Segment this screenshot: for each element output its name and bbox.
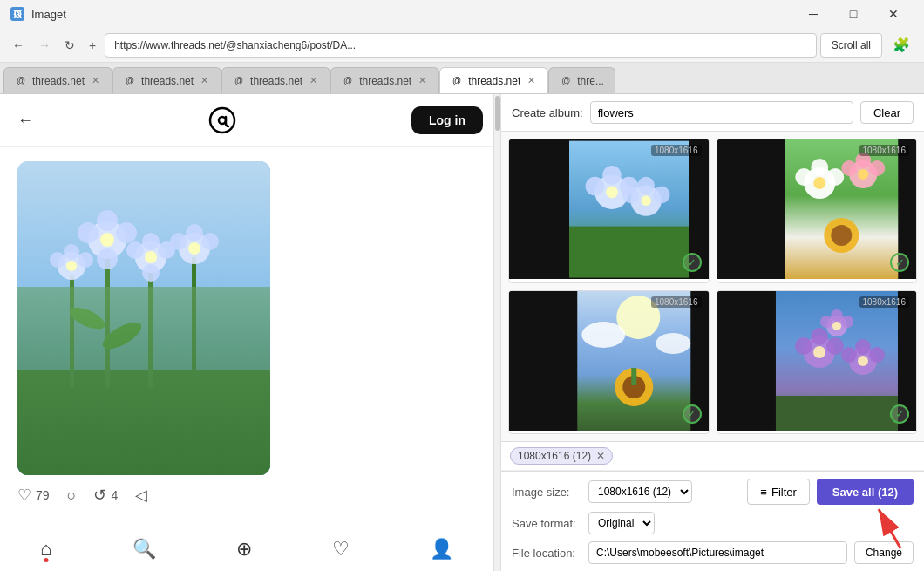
- svg-point-73: [858, 356, 868, 366]
- album-input[interactable]: [590, 101, 853, 124]
- home-dot: [44, 558, 48, 562]
- svg-point-57: [581, 322, 625, 348]
- tab-favicon-2: @: [233, 75, 245, 87]
- svg-point-77: [841, 316, 853, 328]
- browser-panel: ← Log in: [0, 94, 501, 571]
- tab-3[interactable]: @ threads.net ✕: [330, 67, 439, 93]
- svg-point-39: [622, 187, 639, 204]
- app-icon: 🖼: [10, 7, 24, 21]
- tab-2[interactable]: @ threads.net ✕: [221, 67, 330, 93]
- tab-0[interactable]: @ threads.net ✕: [3, 67, 112, 93]
- image-dimensions-3: 1080x1616: [651, 296, 702, 308]
- svg-rect-63: [776, 396, 898, 431]
- svg-point-47: [813, 177, 825, 189]
- threads-back-button[interactable]: ←: [17, 112, 33, 130]
- change-button[interactable]: Change: [854, 541, 914, 564]
- tab-4[interactable]: @ threads.net ✕: [439, 67, 548, 93]
- svg-point-45: [795, 168, 812, 186]
- thumb-svg-4: [767, 291, 907, 431]
- svg-point-38: [637, 177, 655, 194]
- search-nav-icon[interactable]: 🔍: [132, 538, 156, 561]
- svg-point-68: [813, 346, 825, 358]
- likes-stat[interactable]: ♡ 79: [17, 486, 50, 505]
- bottom-nav: ⌂ 🔍 ⊕ ♡ 👤: [0, 527, 493, 571]
- svg-point-78: [832, 322, 841, 330]
- file-location-input[interactable]: [588, 541, 847, 564]
- threads-logo-svg: [207, 105, 238, 136]
- image-info-4: [717, 431, 917, 435]
- imaget-panel: Create album: Clear: [501, 94, 924, 571]
- tab-5[interactable]: @ thre...: [548, 67, 615, 93]
- svg-point-26: [186, 224, 203, 241]
- svg-rect-5: [192, 257, 196, 388]
- svg-point-51: [869, 160, 885, 176]
- image-card-2: 1080x1616 ✓ 462133324_1991604151311688_1…: [717, 139, 918, 283]
- extensions-button[interactable]: 🧩: [886, 33, 917, 57]
- refresh-button[interactable]: ↻: [59, 35, 80, 56]
- post-image: [17, 161, 270, 475]
- svg-rect-3: [148, 266, 153, 388]
- filter-tag-close[interactable]: ✕: [596, 450, 605, 462]
- image-thumb-4: 1080x1616 ✓: [717, 291, 917, 431]
- svg-rect-0: [17, 161, 270, 475]
- profile-nav-icon[interactable]: 👤: [430, 538, 453, 561]
- tab-close-3[interactable]: ✕: [417, 76, 428, 85]
- bottom-controls: Image size: 1080x1616 (12) ≡ Filter Save…: [501, 471, 924, 571]
- svg-point-33: [602, 166, 622, 185]
- svg-point-36: [606, 187, 618, 199]
- heart-icon: ♡: [17, 486, 31, 505]
- reposts-stat[interactable]: ↺ 4: [93, 486, 118, 505]
- svg-point-41: [641, 195, 651, 206]
- scroll-thumb[interactable]: [495, 96, 500, 131]
- address-bar[interactable]: [105, 33, 816, 58]
- svg-point-52: [858, 169, 868, 180]
- tab-close-4[interactable]: ✕: [526, 76, 537, 85]
- new-tab-button[interactable]: +: [84, 35, 101, 56]
- close-button[interactable]: ✕: [873, 0, 914, 28]
- image-dimensions-2: 1080x1616: [859, 145, 910, 156]
- tab-close-2[interactable]: ✕: [308, 76, 319, 85]
- svg-point-7: [66, 303, 107, 334]
- comment-icon: ○: [67, 486, 77, 505]
- svg-rect-42: [785, 139, 898, 279]
- image-thumb-3: 1080x1616 ✓: [509, 291, 709, 431]
- share-stat[interactable]: ◁: [135, 486, 147, 505]
- filter-label: Filter: [771, 486, 797, 499]
- tab-label-0: threads.net: [32, 75, 85, 87]
- filter-button[interactable]: ≡ Filter: [747, 479, 809, 505]
- image-size-select[interactable]: 1080x1616 (12): [588, 480, 692, 503]
- save-all-button[interactable]: Save all (12): [817, 479, 914, 505]
- minimize-button[interactable]: ─: [793, 0, 833, 28]
- save-format-label: Save format:: [512, 517, 581, 530]
- check-circle-3: ✓: [683, 404, 702, 424]
- comments-stat[interactable]: ○: [67, 486, 77, 505]
- svg-point-50: [841, 160, 857, 176]
- nav-bar: ← → ↻ + Scroll all 🧩: [0, 28, 924, 63]
- image-dimensions-4: 1080x1616: [859, 296, 910, 308]
- home-nav-icon[interactable]: ⌂: [40, 538, 51, 561]
- back-button[interactable]: ←: [7, 35, 30, 56]
- image-size-label: Image size:: [512, 486, 581, 499]
- app-title: Imaget: [31, 8, 66, 21]
- tab-label-4: threads.net: [468, 75, 520, 87]
- forward-button[interactable]: →: [33, 35, 56, 56]
- login-button[interactable]: Log in: [411, 106, 483, 134]
- save-format-select[interactable]: Original JPEG PNG WebP: [588, 512, 655, 534]
- svg-point-34: [585, 177, 604, 196]
- tab-label-1: threads.net: [141, 75, 194, 87]
- activity-nav-icon[interactable]: ♡: [332, 538, 350, 561]
- tab-1[interactable]: @ threads.net ✕: [112, 67, 221, 93]
- tab-favicon-5: @: [560, 75, 572, 87]
- compose-nav-icon[interactable]: ⊕: [236, 538, 252, 561]
- scroll-all-button[interactable]: Scroll all: [820, 33, 882, 58]
- image-info-2: 462133324_1991604151311688_17 ✎ Show in …: [717, 279, 917, 283]
- svg-point-16: [126, 241, 144, 259]
- check-circle-4: ✓: [890, 404, 909, 424]
- maximize-button[interactable]: □: [833, 0, 873, 28]
- clear-button[interactable]: Clear: [860, 101, 914, 124]
- thumb-svg-2: [777, 139, 907, 279]
- tab-close-1[interactable]: ✕: [199, 76, 210, 85]
- svg-point-9: [97, 210, 118, 231]
- tab-close-0[interactable]: ✕: [90, 76, 101, 85]
- svg-point-40: [653, 187, 670, 204]
